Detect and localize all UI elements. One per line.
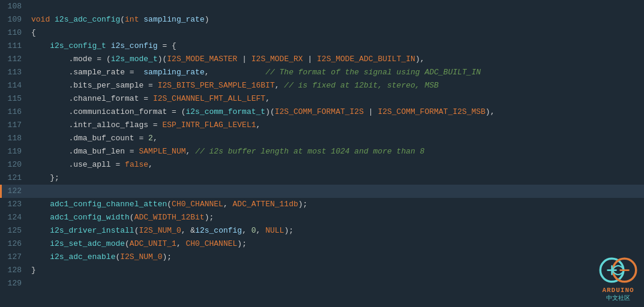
line-content: .intr_alloc_flags = ESP_INTR_FLAG_LEVEL1…: [29, 119, 644, 132]
line-number: 123: [2, 198, 29, 211]
line-content: };: [29, 171, 644, 185]
line-number: 112: [2, 53, 29, 66]
arduino-community-label: 中文社区: [606, 294, 630, 302]
code-line: 119 .dma_buf_len = SAMPLE_NUM, // i2s bu…: [0, 145, 644, 158]
line-number: 108: [2, 0, 29, 13]
code-line: 121 };: [0, 171, 644, 185]
line-content: adc1_config_width(ADC_WIDTH_12Bit);: [29, 211, 644, 224]
code-line: 116 .communication_format = (i2s_comm_fo…: [0, 106, 644, 119]
code-line-active: 122: [0, 185, 644, 198]
line-number: 122: [2, 185, 29, 198]
line-number: 121: [2, 171, 29, 185]
line-number: 111: [2, 40, 29, 53]
code-line: 128 }: [0, 264, 644, 277]
code-line: 120 .use_apll = false,: [0, 158, 644, 171]
line-number: 116: [2, 106, 29, 119]
code-line: 109 void i2s_adc_config(int sampling_rat…: [0, 13, 644, 26]
line-content: .dma_buf_count = 2,: [29, 132, 644, 145]
code-line: 115 .channel_format = I2S_CHANNEL_FMT_AL…: [0, 92, 644, 106]
line-content: void i2s_adc_config(int sampling_rate): [29, 13, 644, 26]
line-content: i2s_driver_install(I2S_NUM_0, &i2s_confi…: [29, 224, 644, 237]
line-number: 125: [2, 224, 29, 237]
code-line: 108: [0, 0, 644, 13]
code-line: 117 .intr_alloc_flags = ESP_INTR_FLAG_LE…: [0, 119, 644, 132]
code-line: 126 i2s_set_adc_mode(ADC_UNIT_1, CH0_CHA…: [0, 237, 644, 251]
line-content: {: [29, 26, 644, 40]
line-content: .mode = (i2s_mode_t)(I2S_MODE_MASTER | I…: [29, 53, 644, 66]
line-number: 117: [2, 119, 29, 132]
line-content: i2s_adc_enable(I2S_NUM_0);: [29, 251, 644, 264]
code-line: 114 .bits_per_sample = I2S_BITS_PER_SAMP…: [0, 79, 644, 92]
line-content: .sample_rate = sampling_rate, // The for…: [29, 66, 644, 79]
line-number: 110: [2, 26, 29, 40]
code-line: 113 .sample_rate = sampling_rate, // The…: [0, 66, 644, 79]
line-content: }: [29, 264, 644, 277]
arduino-logo: ARDUINO 中文社区: [597, 255, 639, 302]
line-content: .use_apll = false,: [29, 158, 644, 171]
line-number: 128: [2, 264, 29, 277]
line-number: 127: [2, 251, 29, 264]
code-lines: 108 109 void i2s_adc_config(int sampling…: [0, 0, 644, 290]
line-number: 118: [2, 132, 29, 145]
code-line: 127 i2s_adc_enable(I2S_NUM_0);: [0, 251, 644, 264]
line-content: i2s_config_t i2s_config = {: [29, 40, 644, 53]
line-content: .channel_format = I2S_CHANNEL_FMT_ALL_LE…: [29, 92, 644, 106]
line-content: .dma_buf_len = SAMPLE_NUM, // i2s buffer…: [29, 145, 644, 158]
line-content: .bits_per_sample = I2S_BITS_PER_SAMPLE_1…: [29, 79, 644, 92]
line-number: 129: [2, 277, 29, 290]
line-number: 114: [2, 79, 29, 92]
line-number: 119: [2, 145, 29, 158]
code-line: 129: [0, 277, 644, 290]
arduino-logo-icon: [597, 255, 639, 285]
code-line: 123 adc1_config_channel_atten(CH0_CHANNE…: [0, 198, 644, 211]
code-line: 112 .mode = (i2s_mode_t)(I2S_MODE_MASTER…: [0, 53, 644, 66]
line-number: 109: [2, 13, 29, 26]
code-line: 125 i2s_driver_install(I2S_NUM_0, &i2s_c…: [0, 224, 644, 237]
arduino-brand-label: ARDUINO: [602, 287, 634, 294]
line-number: 124: [2, 211, 29, 224]
line-number: 120: [2, 158, 29, 171]
code-line: 110 {: [0, 26, 644, 40]
code-editor: 108 109 void i2s_adc_config(int sampling…: [0, 0, 644, 307]
line-content: adc1_config_channel_atten(CH0_CHANNEL, A…: [29, 198, 644, 211]
line-content: i2s_set_adc_mode(ADC_UNIT_1, CH0_CHANNEL…: [29, 237, 644, 251]
line-number: 113: [2, 66, 29, 79]
line-content: .communication_format = (i2s_comm_format…: [29, 106, 644, 119]
code-line: 118 .dma_buf_count = 2,: [0, 132, 644, 145]
line-number: 115: [2, 92, 29, 106]
line-number: 126: [2, 237, 29, 251]
code-line: 124 adc1_config_width(ADC_WIDTH_12Bit);: [0, 211, 644, 224]
code-line: 111 i2s_config_t i2s_config = {: [0, 40, 644, 53]
